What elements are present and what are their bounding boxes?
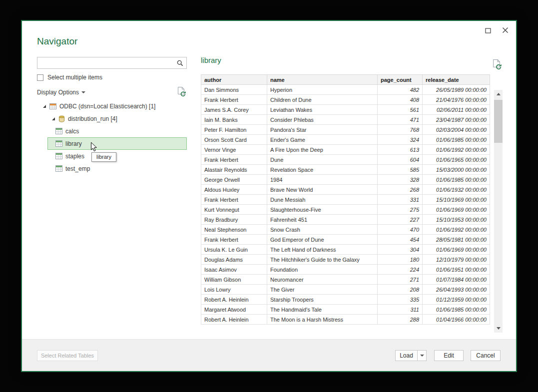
cell-release-date: 15/10/1969 00:00:00 xyxy=(423,195,490,205)
cell-page-count: 311 xyxy=(378,305,423,315)
preview-title: library xyxy=(201,56,221,64)
vertical-scrollbar[interactable] xyxy=(494,90,503,333)
cell-author: Douglas Adams xyxy=(201,255,267,265)
cell-release-date: 12/10/1979 00:00:00 xyxy=(423,255,490,265)
cell-name: Pandora's Star xyxy=(267,125,378,135)
table-row: James S.A. CoreyLeviathan Wakes56102/06/… xyxy=(201,105,490,115)
cell-name: Brave New World xyxy=(267,185,378,195)
cell-author: Ray Bradbury xyxy=(201,215,267,225)
cell-name: Revelation Space xyxy=(267,165,378,175)
table-row: Margaret AtwoodThe Handmaid's Tale31101/… xyxy=(201,305,490,315)
cell-release-date: 01/06/1965 00:00:00 xyxy=(423,155,490,165)
cell-page-count: 227 xyxy=(378,215,423,225)
expand-collapse-icon[interactable] xyxy=(51,116,56,121)
tree-item-library[interactable]: library xyxy=(47,137,187,150)
close-icon xyxy=(502,26,509,35)
cell-page-count: 471 xyxy=(378,115,423,125)
cell-name: Dune xyxy=(267,155,378,165)
cell-author: Orson Scott Card xyxy=(201,135,267,145)
load-dropdown-button[interactable] xyxy=(417,350,427,361)
scroll-down-arrow-icon[interactable] xyxy=(494,324,503,333)
tree-item-label: staples xyxy=(65,153,84,160)
scroll-up-arrow-icon[interactable] xyxy=(494,90,503,98)
cell-release-date: 01/06/1985 00:00:00 xyxy=(423,175,490,185)
cell-name: Dune Messiah xyxy=(267,195,378,205)
display-options-dropdown[interactable]: Display Options xyxy=(37,89,85,96)
cell-page-count: 331 xyxy=(378,195,423,205)
cell-release-date: 02/06/2011 00:00:00 xyxy=(423,105,490,115)
tree-item-label: test_emp xyxy=(65,165,90,172)
cell-author: Dan Simmons xyxy=(201,85,267,95)
search-icon[interactable] xyxy=(176,59,184,69)
load-button[interactable]: Load xyxy=(395,350,417,361)
display-options-label: Display Options xyxy=(37,89,79,96)
column-header-name: name xyxy=(267,75,378,85)
maximize-button[interactable] xyxy=(484,27,492,35)
cell-page-count: 470 xyxy=(378,225,423,235)
table-header-row: author name page_count release_date xyxy=(201,75,490,85)
refresh-navigator-button[interactable] xyxy=(177,86,186,98)
select-related-tables-button[interactable]: Select Related Tables xyxy=(37,350,98,361)
cell-name: Neuromancer xyxy=(267,275,378,285)
cell-page-count: 224 xyxy=(378,265,423,275)
cell-name: 1984 xyxy=(267,175,378,185)
tree-item-calcs[interactable]: calcs xyxy=(47,125,187,137)
select-multiple-label: Select multiple items xyxy=(47,74,102,81)
maximize-icon xyxy=(485,26,491,35)
cell-author: Alastair Reynolds xyxy=(201,165,267,175)
cell-name: The Hitchhiker's Guide to the Galaxy xyxy=(267,255,378,265)
table-row: Orson Scott CardEnder's Game32401/06/198… xyxy=(201,135,490,145)
footer-actions: Load Edit Cancel xyxy=(395,350,501,361)
cell-author: Robert A. Heinlein xyxy=(201,295,267,305)
select-multiple-checkbox[interactable] xyxy=(37,74,43,81)
refresh-page-icon xyxy=(177,86,186,96)
tree-item-label: library xyxy=(65,140,82,147)
cell-author: William Gibson xyxy=(201,275,267,285)
table-icon xyxy=(55,153,62,159)
cancel-button[interactable]: Cancel xyxy=(471,350,501,361)
edit-button[interactable]: Edit xyxy=(434,350,464,361)
tree-node-label: distribution_run [4] xyxy=(68,115,117,122)
cell-author: Frank Herbert xyxy=(201,155,267,165)
table-row: Douglas AdamsThe Hitchhiker's Guide to t… xyxy=(201,255,490,265)
cell-page-count: 324 xyxy=(378,135,423,145)
search-input[interactable] xyxy=(37,57,186,68)
cell-page-count: 768 xyxy=(378,125,423,135)
cell-page-count: 288 xyxy=(378,315,423,325)
cell-page-count: 585 xyxy=(378,165,423,175)
cell-author: Vernor Vinge xyxy=(201,145,267,155)
cell-page-count: 408 xyxy=(378,95,423,105)
window-controls xyxy=(484,27,509,35)
table-row: Frank HerbertGod Emperor of Dune45428/05… xyxy=(201,235,490,245)
tree-node-odbc[interactable]: ODBC (dsn=Local Elasticsearch) [1] xyxy=(37,100,187,112)
cell-name: The Handmaid's Tale xyxy=(267,305,378,315)
table-row: Ray BradburyFahrenheit 45122715/10/1953 … xyxy=(201,215,490,225)
cell-author: Aldous Huxley xyxy=(201,185,267,195)
cell-author: Iain M. Banks xyxy=(201,115,267,125)
cell-release-date: 02/03/2004 00:00:00 xyxy=(423,125,490,135)
tree-item-staples[interactable]: staples xyxy=(47,150,187,162)
cell-author: Frank Herbert xyxy=(201,235,267,245)
expand-collapse-icon[interactable] xyxy=(42,104,47,109)
cell-release-date: 01/06/1985 00:00:00 xyxy=(423,135,490,145)
close-button[interactable] xyxy=(501,27,509,35)
display-options-row: Display Options xyxy=(37,87,187,97)
table-row: Kurt VonnegutSlaughterhouse-Five27501/06… xyxy=(201,205,490,215)
table-row: George Orwell198432801/06/1985 00:00:00 xyxy=(201,175,490,185)
tree-node-database[interactable]: distribution_run [4] xyxy=(37,112,187,125)
cell-name: Snow Crash xyxy=(267,225,378,235)
tree-item-test-emp[interactable]: test_emp xyxy=(47,162,187,175)
cell-author: Isaac Asimov xyxy=(201,265,267,275)
table-row: Ursula K. Le GuinThe Left Hand of Darkne… xyxy=(201,245,490,255)
table-row: Vernor VingeA Fire Upon the Deep61301/06… xyxy=(201,145,490,155)
cell-page-count: 304 xyxy=(378,245,423,255)
scrollbar-thumb[interactable] xyxy=(494,100,503,143)
table-icon xyxy=(55,165,62,172)
chevron-down-icon xyxy=(81,91,85,93)
refresh-preview-button[interactable] xyxy=(492,59,502,71)
cell-page-count: 208 xyxy=(378,285,423,295)
cell-release-date: 01/06/1969 00:00:00 xyxy=(423,205,490,215)
column-header-page-count: page_count xyxy=(378,75,423,85)
cell-release-date: 15/10/1953 00:00:00 xyxy=(423,215,490,225)
cell-release-date: 01/12/1959 00:00:00 xyxy=(423,295,490,305)
